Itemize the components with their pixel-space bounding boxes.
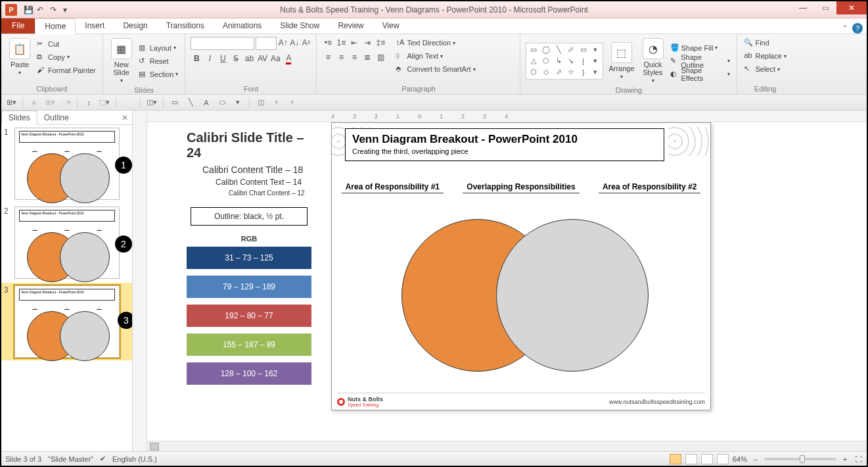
addin-tool[interactable]: ◫▾ bbox=[146, 97, 158, 109]
tab-animations[interactable]: Animations bbox=[214, 18, 271, 34]
grow-font-button[interactable]: A↑ bbox=[278, 37, 288, 49]
save-icon[interactable]: 💾 bbox=[24, 5, 33, 14]
bold-button[interactable]: B bbox=[191, 53, 202, 64]
shape-outline-button[interactable]: ✎Shape Outline▾ bbox=[669, 55, 732, 67]
status-language[interactable]: English (U.S.) bbox=[112, 455, 157, 463]
slide[interactable]: Venn Diagram Breakout - PowerPoint 2010 … bbox=[331, 122, 711, 410]
inc-indent-button[interactable]: ⇥ bbox=[361, 37, 373, 49]
normal-view-button[interactable] bbox=[670, 454, 681, 464]
new-slide-button[interactable]: ▦ New Slide ▾ bbox=[108, 37, 135, 85]
tab-insert[interactable]: Insert bbox=[76, 18, 114, 34]
section-button[interactable]: ▤Section▾ bbox=[137, 68, 180, 80]
pane-close-icon[interactable]: ✕ bbox=[118, 113, 132, 122]
shape-fill-button[interactable]: 🪣Shape Fill▾ bbox=[669, 42, 732, 54]
venn-label-overlap[interactable]: Overlapping Responsibilities bbox=[463, 182, 579, 193]
thumbnail-1[interactable]: 1 Venn Diagram Breakout - PowerPoint 201… bbox=[4, 128, 129, 200]
dec-indent-button[interactable]: ⇤ bbox=[348, 37, 360, 49]
text-direction-button[interactable]: ↕AText Direction▾ bbox=[394, 37, 476, 49]
addin-tool[interactable]: ◫ bbox=[255, 97, 267, 109]
slides-tab[interactable]: Slides bbox=[1, 111, 37, 125]
align-right-button[interactable]: ≡ bbox=[348, 51, 360, 63]
addin-tool[interactable]: ╲ bbox=[185, 97, 196, 109]
cut-button[interactable]: ✂Cut bbox=[35, 38, 97, 50]
shadow-button[interactable]: ab bbox=[243, 53, 255, 64]
replace-button[interactable]: abReplace▾ bbox=[742, 50, 787, 62]
copy-button[interactable]: ⧉Copy▾ bbox=[35, 51, 97, 63]
ribbon-minimize-icon[interactable]: ⌃ bbox=[842, 24, 848, 33]
quick-styles-button[interactable]: ◔Quick Styles▾ bbox=[640, 37, 666, 85]
undo-icon[interactable]: ↶ bbox=[37, 5, 46, 14]
outline-tab[interactable]: Outline bbox=[37, 111, 76, 124]
shrink-font-button[interactable]: A↓ bbox=[289, 37, 300, 49]
numbering-button[interactable]: 1≡ bbox=[335, 37, 347, 49]
convert-smartart-button[interactable]: ⬘Convert to SmartArt▾ bbox=[394, 63, 476, 75]
zoom-slider[interactable] bbox=[764, 458, 836, 460]
zoom-out-button[interactable]: – bbox=[751, 455, 760, 463]
thumbnail-2[interactable]: 2 Venn Diagram Breakout - PowerPoint 201… bbox=[4, 207, 129, 279]
format-painter-button[interactable]: 🖌Format Painter bbox=[35, 64, 97, 76]
reading-view-button[interactable] bbox=[701, 454, 713, 464]
slide-canvas[interactable]: Calibri Slide Title – 24 Calibri Content… bbox=[147, 122, 867, 441]
sorter-view-button[interactable] bbox=[685, 454, 697, 464]
thumbnail-3[interactable]: 3 Venn Diagram Breakout - PowerPoint 201… bbox=[1, 283, 132, 360]
file-tab[interactable]: File bbox=[1, 18, 35, 34]
slide-title-box[interactable]: Venn Diagram Breakout - PowerPoint 2010 … bbox=[345, 128, 664, 161]
help-icon[interactable]: ? bbox=[852, 23, 863, 34]
venn-label-2[interactable]: Area of Responsibility #2 bbox=[599, 182, 700, 193]
font-size-select[interactable] bbox=[256, 37, 277, 50]
horizontal-scrollbar[interactable] bbox=[147, 441, 867, 451]
font-family-select[interactable] bbox=[191, 37, 254, 50]
select-button[interactable]: ↖Select▾ bbox=[742, 63, 787, 75]
tab-slideshow[interactable]: Slide Show bbox=[271, 18, 329, 34]
char-spacing-button[interactable]: AV bbox=[256, 53, 268, 64]
slideshow-view-button[interactable] bbox=[717, 454, 729, 464]
tab-review[interactable]: Review bbox=[329, 18, 373, 34]
justify-button[interactable]: ≣ bbox=[361, 51, 373, 63]
strike-button[interactable]: S̶ bbox=[230, 53, 242, 64]
close-button[interactable]: ✕ bbox=[836, 1, 867, 14]
addin-tool[interactable]: ▾ bbox=[232, 97, 244, 109]
shapes-gallery[interactable]: ▭◯╲⬀▭▾ △⬠↳↘{▾ ⬡◇⬀☆}▾ bbox=[526, 43, 603, 80]
addin-tool[interactable]: A bbox=[200, 97, 212, 109]
layout-button[interactable]: ▥Layout▾ bbox=[137, 42, 180, 54]
addin-tool[interactable]: ⊞▾ bbox=[44, 97, 56, 109]
zoom-in-button[interactable]: + bbox=[840, 455, 850, 463]
align-center-button[interactable]: ≡ bbox=[335, 51, 347, 63]
align-left-button[interactable]: ≡ bbox=[322, 51, 334, 63]
addin-tool[interactable]: A bbox=[28, 97, 40, 109]
redo-icon[interactable]: ↷ bbox=[50, 5, 59, 14]
shape-effects-button[interactable]: ◐Shape Effects▾ bbox=[669, 68, 732, 80]
tab-design[interactable]: Design bbox=[114, 18, 156, 34]
italic-button[interactable]: I bbox=[204, 53, 216, 64]
venn-circle-2[interactable] bbox=[496, 219, 649, 372]
line-spacing-button[interactable]: ‡≡ bbox=[375, 37, 386, 49]
font-color-button[interactable]: A bbox=[283, 53, 294, 64]
find-button[interactable]: 🔍Find bbox=[742, 37, 787, 49]
arrange-button[interactable]: ⬚Arrange▾ bbox=[606, 41, 637, 81]
paste-button[interactable]: 📋 Paste ▾ bbox=[7, 37, 33, 77]
addin-tool[interactable]: ▾ bbox=[271, 97, 283, 109]
tab-view[interactable]: View bbox=[373, 18, 409, 34]
tab-transitions[interactable]: Transitions bbox=[157, 18, 214, 34]
venn-label-1[interactable]: Area of Responsibility #1 bbox=[342, 182, 444, 193]
minimize-button[interactable]: — bbox=[792, 1, 814, 14]
addin-tool[interactable]: ↕ bbox=[83, 97, 95, 109]
clear-formatting-button[interactable]: Aᵡ bbox=[301, 37, 311, 49]
columns-button[interactable]: ▥ bbox=[375, 51, 386, 63]
align-text-button[interactable]: ⎀Align Text▾ bbox=[394, 50, 476, 62]
addin-tool[interactable]: ▾ bbox=[286, 97, 298, 109]
tab-home[interactable]: Home bbox=[35, 18, 76, 34]
qat-more-icon[interactable]: ▾ bbox=[63, 5, 72, 14]
reset-button[interactable]: ↺Reset bbox=[137, 55, 180, 67]
spellcheck-icon[interactable]: ✔ bbox=[100, 455, 106, 463]
change-case-button[interactable]: Aa bbox=[269, 53, 281, 64]
addin-tool[interactable]: ⊞▾ bbox=[5, 97, 17, 109]
addin-tool[interactable]: ⬚▾ bbox=[60, 97, 72, 109]
addin-tool[interactable]: ▭ bbox=[169, 97, 181, 109]
maximize-button[interactable]: ▭ bbox=[814, 1, 836, 14]
fit-window-button[interactable]: ⛶ bbox=[854, 455, 863, 463]
underline-button[interactable]: U bbox=[217, 53, 229, 64]
addin-tool[interactable]: ⬭ bbox=[216, 97, 228, 109]
bullets-button[interactable]: •≡ bbox=[322, 37, 334, 49]
addin-tool[interactable]: ⬚▾ bbox=[99, 97, 110, 109]
